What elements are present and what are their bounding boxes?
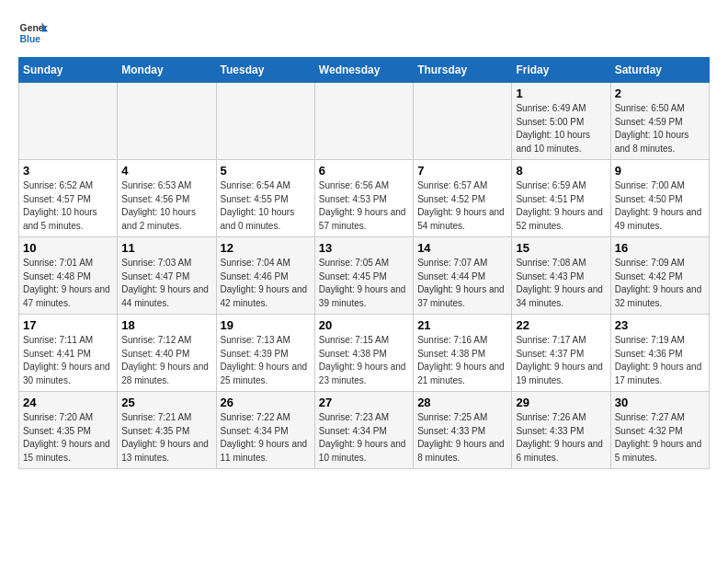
day-info: Sunrise: 7:00 AM Sunset: 4:50 PM Dayligh… [615, 179, 705, 233]
day-info: Sunrise: 7:12 AM Sunset: 4:40 PM Dayligh… [121, 334, 211, 387]
day-info: Sunrise: 6:52 AM Sunset: 4:57 PM Dayligh… [23, 179, 113, 233]
calendar-cell: 22Sunrise: 7:17 AM Sunset: 4:37 PM Dayli… [512, 315, 610, 392]
calendar-cell [19, 83, 118, 160]
calendar-cell: 28Sunrise: 7:25 AM Sunset: 4:33 PM Dayli… [414, 392, 512, 469]
day-of-week-header: Thursday [414, 58, 512, 83]
calendar-cell: 19Sunrise: 7:13 AM Sunset: 4:39 PM Dayli… [216, 315, 314, 392]
day-info: Sunrise: 7:19 AM Sunset: 4:36 PM Dayligh… [615, 334, 705, 387]
day-info: Sunrise: 7:26 AM Sunset: 4:33 PM Dayligh… [516, 411, 606, 465]
day-info: Sunrise: 6:59 AM Sunset: 4:51 PM Dayligh… [516, 179, 606, 233]
calendar-cell: 24Sunrise: 7:20 AM Sunset: 4:35 PM Dayli… [19, 392, 118, 469]
day-number: 12 [221, 241, 311, 255]
day-number: 9 [615, 164, 705, 178]
day-info: Sunrise: 7:09 AM Sunset: 4:42 PM Dayligh… [615, 257, 705, 310]
day-info: Sunrise: 7:16 AM Sunset: 4:38 PM Dayligh… [417, 334, 507, 387]
day-number: 30 [615, 396, 705, 409]
calendar-cell: 2Sunrise: 6:50 AM Sunset: 4:59 PM Daylig… [610, 83, 709, 160]
day-number: 20 [319, 318, 409, 332]
day-number: 19 [221, 318, 311, 332]
calendar-cell: 5Sunrise: 6:54 AM Sunset: 4:55 PM Daylig… [216, 160, 314, 237]
day-number: 16 [615, 241, 705, 255]
calendar-cell: 25Sunrise: 7:21 AM Sunset: 4:35 PM Dayli… [118, 392, 216, 469]
calendar-cell: 26Sunrise: 7:22 AM Sunset: 4:34 PM Dayli… [216, 392, 314, 469]
day-info: Sunrise: 7:04 AM Sunset: 4:46 PM Dayligh… [221, 257, 311, 310]
day-info: Sunrise: 7:20 AM Sunset: 4:35 PM Dayligh… [23, 411, 113, 465]
day-info: Sunrise: 7:08 AM Sunset: 4:43 PM Dayligh… [516, 257, 606, 310]
day-info: Sunrise: 7:17 AM Sunset: 4:37 PM Dayligh… [516, 334, 606, 387]
day-number: 8 [516, 164, 606, 178]
day-info: Sunrise: 7:01 AM Sunset: 4:48 PM Dayligh… [23, 257, 113, 310]
calendar-week-row: 3Sunrise: 6:52 AM Sunset: 4:57 PM Daylig… [19, 160, 710, 237]
day-number: 2 [615, 86, 705, 100]
day-number: 26 [221, 396, 311, 409]
calendar-cell: 15Sunrise: 7:08 AM Sunset: 4:43 PM Dayli… [512, 237, 610, 315]
day-info: Sunrise: 7:21 AM Sunset: 4:35 PM Dayligh… [121, 411, 211, 465]
day-info: Sunrise: 7:11 AM Sunset: 4:41 PM Dayligh… [23, 334, 113, 387]
calendar-cell [118, 83, 216, 160]
day-number: 21 [417, 318, 507, 332]
day-number: 5 [221, 164, 311, 178]
day-number: 4 [121, 164, 211, 178]
day-number: 22 [516, 318, 606, 332]
day-info: Sunrise: 7:05 AM Sunset: 4:45 PM Dayligh… [319, 257, 409, 310]
day-info: Sunrise: 7:22 AM Sunset: 4:34 PM Dayligh… [221, 411, 311, 465]
calendar-cell [414, 83, 512, 160]
day-info: Sunrise: 7:25 AM Sunset: 4:33 PM Dayligh… [417, 411, 507, 465]
day-of-week-header: Wednesday [314, 58, 413, 83]
calendar-cell: 13Sunrise: 7:05 AM Sunset: 4:45 PM Dayli… [314, 237, 413, 315]
day-number: 6 [319, 164, 409, 178]
day-number: 24 [23, 396, 113, 409]
day-info: Sunrise: 7:13 AM Sunset: 4:39 PM Dayligh… [221, 334, 311, 387]
calendar-header-row: SundayMondayTuesdayWednesdayThursdayFrid… [19, 58, 710, 83]
svg-text:Blue: Blue [20, 34, 41, 44]
day-info: Sunrise: 6:53 AM Sunset: 4:56 PM Dayligh… [121, 179, 211, 233]
day-number: 7 [417, 164, 507, 178]
calendar-cell: 29Sunrise: 7:26 AM Sunset: 4:33 PM Dayli… [512, 392, 610, 469]
calendar-cell [314, 83, 413, 160]
calendar-cell: 30Sunrise: 7:27 AM Sunset: 4:32 PM Dayli… [610, 392, 709, 469]
day-of-week-header: Sunday [19, 58, 118, 83]
day-number: 14 [417, 241, 507, 255]
day-number: 11 [121, 241, 211, 255]
calendar-cell: 6Sunrise: 6:56 AM Sunset: 4:53 PM Daylig… [314, 160, 413, 237]
day-number: 29 [516, 396, 606, 409]
day-info: Sunrise: 7:03 AM Sunset: 4:47 PM Dayligh… [121, 257, 211, 310]
day-info: Sunrise: 7:23 AM Sunset: 4:34 PM Dayligh… [319, 411, 409, 465]
calendar-cell: 23Sunrise: 7:19 AM Sunset: 4:36 PM Dayli… [610, 315, 709, 392]
calendar-cell: 20Sunrise: 7:15 AM Sunset: 4:38 PM Dayli… [314, 315, 413, 392]
calendar-cell: 17Sunrise: 7:11 AM Sunset: 4:41 PM Dayli… [19, 315, 118, 392]
day-info: Sunrise: 6:56 AM Sunset: 4:53 PM Dayligh… [319, 179, 409, 233]
day-of-week-header: Monday [118, 58, 216, 83]
calendar-cell: 10Sunrise: 7:01 AM Sunset: 4:48 PM Dayli… [19, 237, 118, 315]
day-number: 17 [23, 318, 113, 332]
day-info: Sunrise: 7:15 AM Sunset: 4:38 PM Dayligh… [319, 334, 409, 387]
calendar-cell: 18Sunrise: 7:12 AM Sunset: 4:40 PM Dayli… [118, 315, 216, 392]
day-info: Sunrise: 6:49 AM Sunset: 5:00 PM Dayligh… [516, 102, 606, 155]
calendar-table: SundayMondayTuesdayWednesdayThursdayFrid… [18, 57, 710, 469]
calendar-week-row: 10Sunrise: 7:01 AM Sunset: 4:48 PM Dayli… [19, 237, 710, 315]
day-number: 10 [23, 241, 113, 255]
calendar-cell: 11Sunrise: 7:03 AM Sunset: 4:47 PM Dayli… [118, 237, 216, 315]
day-info: Sunrise: 6:57 AM Sunset: 4:52 PM Dayligh… [417, 179, 507, 233]
calendar-cell: 12Sunrise: 7:04 AM Sunset: 4:46 PM Dayli… [216, 237, 314, 315]
day-info: Sunrise: 6:50 AM Sunset: 4:59 PM Dayligh… [615, 102, 705, 155]
calendar-cell: 4Sunrise: 6:53 AM Sunset: 4:56 PM Daylig… [118, 160, 216, 237]
calendar-cell: 1Sunrise: 6:49 AM Sunset: 5:00 PM Daylig… [512, 83, 610, 160]
day-number: 25 [121, 396, 211, 409]
calendar-cell [216, 83, 314, 160]
calendar-cell: 9Sunrise: 7:00 AM Sunset: 4:50 PM Daylig… [610, 160, 709, 237]
day-of-week-header: Saturday [610, 58, 709, 83]
calendar-week-row: 17Sunrise: 7:11 AM Sunset: 4:41 PM Dayli… [19, 315, 710, 392]
calendar-cell: 16Sunrise: 7:09 AM Sunset: 4:42 PM Dayli… [610, 237, 709, 315]
day-number: 18 [121, 318, 211, 332]
logo: General Blue [18, 18, 48, 48]
day-of-week-header: Friday [512, 58, 610, 83]
calendar-cell: 21Sunrise: 7:16 AM Sunset: 4:38 PM Dayli… [414, 315, 512, 392]
calendar-week-row: 24Sunrise: 7:20 AM Sunset: 4:35 PM Dayli… [19, 392, 710, 469]
day-number: 3 [23, 164, 113, 178]
day-number: 28 [417, 396, 507, 409]
calendar-cell: 27Sunrise: 7:23 AM Sunset: 4:34 PM Dayli… [314, 392, 413, 469]
day-number: 13 [319, 241, 409, 255]
day-info: Sunrise: 7:27 AM Sunset: 4:32 PM Dayligh… [615, 411, 705, 465]
day-info: Sunrise: 6:54 AM Sunset: 4:55 PM Dayligh… [221, 179, 311, 233]
